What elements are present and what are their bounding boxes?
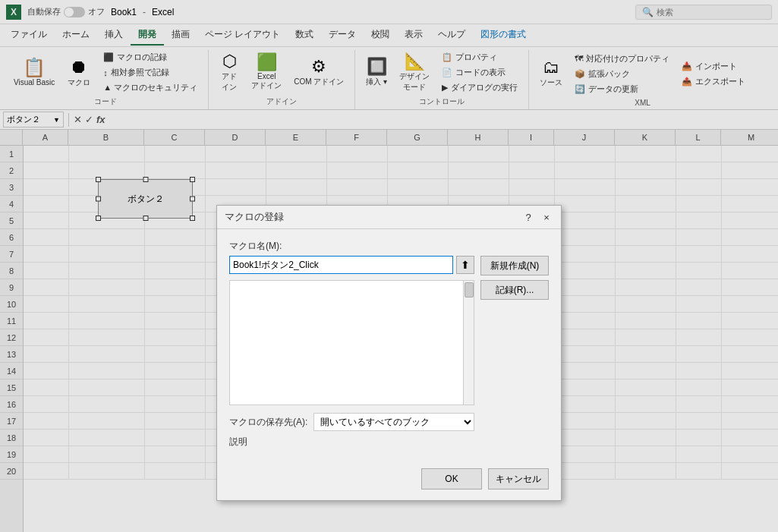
dialog-title: マクロの登録 [225, 210, 284, 224]
save-location-row: マクロの保存先(A): 開いているすべてのブックこのブック個人用マクロ ブック [229, 413, 474, 431]
description-label: 説明 [229, 436, 474, 449]
dialog-side-buttons: 新規作成(N) 記録(R)... [480, 256, 549, 452]
dialog-left: ⬆ マクロの保存先(A): 開いているすべてのブックこのブック個人用マクロ ブッ… [229, 256, 474, 452]
macro-name-label: マクロ名(M): [229, 240, 549, 253]
macro-name-row: ⬆ [229, 256, 474, 274]
macro-name-upload-btn[interactable]: ⬆ [456, 256, 474, 274]
dialog-cancel-btn[interactable]: キャンセル [488, 468, 549, 490]
macro-name-input[interactable] [229, 256, 453, 274]
dialog-content-area: ⬆ マクロの保存先(A): 開いているすべてのブックこのブック個人用マクロ ブッ… [229, 256, 549, 452]
dialog-close-btn[interactable]: × [540, 210, 553, 224]
dialog-help-btn[interactable]: ? [521, 210, 535, 224]
macro-list[interactable] [229, 280, 474, 405]
scrollbar-thumb[interactable] [465, 282, 474, 297]
main-area: A B C D E F G H I J K L M N O 1 2 3 4 5 … [0, 130, 778, 532]
dialog-body: マクロ名(M): ⬆ マクロの保存先(A): [217, 229, 561, 462]
save-location-label: マクロの保存先(A): [229, 416, 307, 429]
dialog-footer: OK キャンセル [217, 462, 561, 500]
record-btn[interactable]: 記録(R)... [480, 280, 549, 300]
macro-register-dialog: マクロの登録 ? × マクロ名(M): ⬆ [216, 205, 562, 501]
dialog-titlebar: マクロの登録 ? × [217, 206, 561, 229]
dialog-ok-btn[interactable]: OK [421, 468, 482, 490]
dialog-controls: ? × [521, 210, 553, 224]
save-location-select[interactable]: 開いているすべてのブックこのブック個人用マクロ ブック [313, 413, 474, 431]
new-create-btn[interactable]: 新規作成(N) [480, 256, 549, 275]
dialog-overlay: マクロの登録 ? × マクロ名(M): ⬆ [0, 0, 778, 532]
macro-list-scrollbar[interactable] [463, 281, 474, 405]
